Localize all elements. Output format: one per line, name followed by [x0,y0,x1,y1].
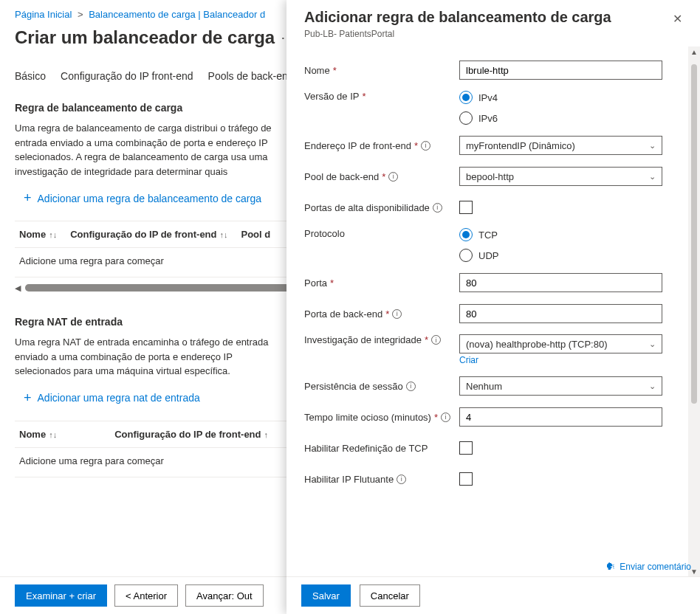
radio-ipv6-label: IPv6 [478,113,498,124]
port-input[interactable] [459,273,662,292]
close-icon[interactable]: ✕ [670,9,685,29]
sort-icon: ↑↓ [49,430,57,439]
col-pool[interactable]: Pool d [241,229,271,240]
nat-rule-desc: Uma regra NAT de entrada encaminha o trá… [15,335,288,379]
tab-basico[interactable]: Básico [15,70,46,86]
breadcrumb-home[interactable]: Página Inicial [15,9,72,20]
add-lb-rule-label: Adicionar uma regra de balanceamento de … [38,193,262,204]
label-ip-version: Versão de IP [304,91,359,102]
label-tcp-reset: Habilitar Redefinição de TCP [304,443,428,454]
label-idle-timeout: Tempo limite ocioso (minutos) [304,412,431,423]
send-feedback-label: Enviar comentário [620,562,691,572]
person-feedback-icon: 🗣 [605,561,615,572]
backend-pool-value: bepool-http [466,171,514,182]
info-icon[interactable]: i [392,309,402,319]
label-protocol: Protocolo [304,228,345,239]
next-button[interactable]: Avançar: Out [185,584,264,607]
session-persistence-value: Nenhum [466,381,502,392]
chevron-down-icon: ⌄ [649,382,656,391]
health-probe-value: (nova) healthprobe-http (TCP:80) [466,339,607,350]
radio-ipv4[interactable]: IPv4 [459,91,673,104]
idle-timeout-input[interactable] [459,407,662,427]
plus-icon: + [24,390,32,406]
label-floating-ip: Habilitar IP Flutuante [304,474,394,485]
panel-subtitle: Pub-LB- PatientsPortal [304,29,611,39]
sort-icon: ↑ [264,430,269,439]
col-frontend[interactable]: Configuração do IP de front-end↑↓ [70,229,227,240]
label-ha-ports: Portas de alta disponibilidade [304,202,430,213]
ha-ports-checkbox[interactable] [459,201,473,214]
tab-backend-pools[interactable]: Pools de back-end [208,70,294,86]
scroll-up-icon[interactable]: ▲ [690,46,698,57]
scroll-track[interactable] [688,57,700,566]
scroll-down-icon[interactable]: ▼ [690,566,698,576]
previous-button[interactable]: < Anterior [114,584,178,607]
label-frontend-ip: Endereço IP de front-end [304,140,411,151]
label-backend-pool: Pool de back-end [304,171,379,182]
cancel-button[interactable]: Cancelar [360,584,420,607]
label-session-persistence: Persistência de sessão [304,381,403,392]
plus-icon: + [24,190,32,206]
radio-tcp[interactable]: TCP [459,228,673,241]
session-persistence-select[interactable]: Nenhum⌄ [459,376,662,396]
radio-udp[interactable]: UDP [459,249,673,262]
tcp-reset-checkbox[interactable] [459,441,473,455]
breadcrumb-separator: > [78,9,83,20]
label-port: Porta [304,277,327,289]
review-create-button[interactable]: Examinar + criar [15,584,107,607]
chevron-down-icon: ⌄ [649,141,656,151]
breadcrumb-current[interactable]: Balanceamento de carga | Balanceador d [89,9,265,20]
name-input[interactable] [459,61,662,80]
col-name[interactable]: Nome↑↓ [19,429,57,440]
radio-ipv4-label: IPv4 [478,92,498,103]
sort-icon: ↑↓ [49,230,57,239]
tab-frontend-ip[interactable]: Configuração do IP front-end [61,70,193,86]
panel-title: Adicionar regra de balanceamento de carg… [304,9,611,26]
backend-port-input[interactable] [459,304,662,323]
col-frontend[interactable]: Configuração do IP de front-end↑ [114,429,268,440]
info-icon[interactable]: i [421,141,430,151]
scroll-left-icon[interactable]: ◀ [15,283,25,293]
health-probe-select[interactable]: (nova) healthprobe-http (TCP:80)⌄ [459,334,662,353]
page-title: Criar um balanceador de carga [15,27,275,48]
send-feedback-link[interactable]: 🗣 Enviar comentário [605,561,691,572]
scroll-thumb[interactable] [691,64,697,404]
info-icon[interactable]: i [397,475,406,484]
radio-icon [459,249,473,262]
floating-ip-checkbox[interactable] [459,472,473,486]
label-health-probe: Investigação de integridade [304,334,422,345]
radio-udp-label: UDP [478,250,498,261]
backend-pool-select[interactable]: bepool-http⌄ [459,167,662,186]
frontend-ip-select[interactable]: myFrontendIP (Dinâmico)⌄ [459,136,662,155]
label-backend-port: Porta de back-end [304,308,382,320]
sort-icon: ↑↓ [220,230,228,239]
chevron-down-icon: ⌄ [649,172,656,182]
radio-tcp-label: TCP [478,230,498,241]
label-name: Nome [304,65,330,76]
frontend-ip-value: myFrontendIP (Dinâmico) [466,140,575,151]
info-icon[interactable]: i [433,203,442,213]
info-icon[interactable]: i [431,335,441,345]
info-icon[interactable]: i [406,382,416,391]
lb-rule-desc: Uma regra de balanceamento de carga dist… [15,121,288,179]
add-nat-rule-label: Adicionar uma regra nat de entrada [38,392,200,404]
info-icon[interactable]: i [388,172,398,182]
panel-vscroll[interactable]: ▲ ▼ [688,46,700,576]
create-probe-link[interactable]: Criar [459,355,673,365]
col-name[interactable]: Nome↑↓ [19,229,57,240]
radio-icon [459,111,473,125]
info-icon[interactable]: i [441,413,450,422]
save-button[interactable]: Salvar [301,584,351,607]
chevron-down-icon: ⌄ [649,339,656,349]
radio-icon [459,91,473,104]
add-rule-panel: Adicionar regra de balanceamento de carg… [286,0,700,614]
radio-icon [459,228,473,241]
radio-ipv6[interactable]: IPv6 [459,111,673,125]
